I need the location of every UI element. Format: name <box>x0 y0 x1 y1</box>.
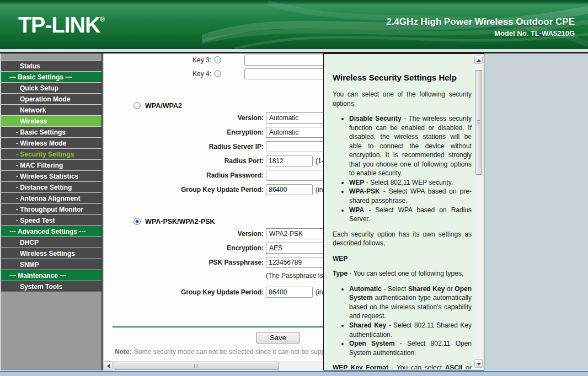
help-paragraph: Each security option has its own setting… <box>333 230 472 248</box>
sidebar-item-distance-setting[interactable]: - Distance Setting <box>1 182 101 193</box>
help-paragraph: WEP Key Format - You can select ASCII or… <box>333 363 472 369</box>
sidebar-item-operation-mode[interactable]: Operation Mode <box>1 94 101 105</box>
psk-passphrase-label: PSK Passphrase: <box>104 256 264 268</box>
key3-radio[interactable] <box>214 56 221 63</box>
horizontal-scroll-thumb[interactable] <box>114 362 279 370</box>
router-admin-page: TP-LINK® 2.4GHz High Power Wireless Outd… <box>0 0 588 376</box>
sidebar-item-mac-filtering[interactable]: - MAC Filtering <box>1 160 101 171</box>
wpa-version-select[interactable]: Automatic <box>266 112 330 123</box>
help-scroll-thumb[interactable] <box>475 70 482 175</box>
sidebar-item-dhcp[interactable]: DHCP <box>1 237 101 248</box>
sidebar-item-throughput-monitor[interactable]: - Throughput Monitor <box>1 204 101 215</box>
sidebar-item-basic-settings[interactable]: - Basic Settings <box>1 127 101 138</box>
help-paragraph: Type - You can select one of following t… <box>333 269 472 278</box>
help-scrollbar[interactable] <box>474 56 483 368</box>
sidebar-item-security-settings[interactable]: - Security Settings <box>1 149 101 160</box>
sidebar-item-status[interactable]: Status <box>1 61 101 72</box>
sidebar-item-system-tools[interactable]: System Tools <box>1 281 101 292</box>
sidebar-item-snmp[interactable]: SNMP <box>1 259 101 270</box>
sidebar-menu: Status--- Basic Settings ---Quick SetupO… <box>1 53 103 370</box>
help-content: You can select one of the following secu… <box>333 90 472 369</box>
wpa-gkup-label: Group Key Update Period: <box>104 184 264 196</box>
wpapsk-section-label: WPA-PSK/WPA2-PSK <box>145 216 215 228</box>
help-title: Wireless Security Settings Help <box>333 73 472 82</box>
sidebar-item-advanced-settings[interactable]: --- Advanced Settings --- <box>1 226 101 237</box>
sidebar-item-wireless-mode[interactable]: - Wireless Mode <box>1 138 101 149</box>
wpa-encryption-select[interactable]: Automatic <box>266 127 330 138</box>
wpapsk-gkup-label: Group Key Update Period: <box>104 286 264 298</box>
sidebar-items: Status--- Basic Settings ---Quick SetupO… <box>1 61 101 292</box>
help-paragraph: WEP <box>333 254 472 264</box>
tplink-logo: TP-LINK® <box>18 12 105 38</box>
arrow-left-icon <box>107 364 110 368</box>
bottom-edge <box>0 370 588 376</box>
help-body: Wireless Security Settings Help You can … <box>333 61 472 369</box>
key4-radio[interactable] <box>214 70 221 77</box>
scroll-left-button[interactable] <box>104 361 113 370</box>
wpa-section-label: WPA/WPA2 <box>145 100 182 112</box>
content-shell: Status--- Basic Settings ---Quick SetupO… <box>1 53 586 370</box>
model-number: Model No. TL-WA5210G <box>386 29 575 37</box>
help-bullet-item: Open System - Select 802.11 Open System … <box>349 339 472 357</box>
sidebar-top-spacer <box>1 53 101 61</box>
help-bullet-list: Automatic - Select Shared Key or Open Sy… <box>333 284 472 357</box>
help-bullet-item: Shared Key - Select 802.11 Shared Key au… <box>349 321 472 339</box>
help-scroll-up-button[interactable] <box>474 56 483 64</box>
wpa-radio[interactable] <box>133 102 141 109</box>
header: TP-LINK® 2.4GHz High Power Wireless Outd… <box>0 0 588 49</box>
arrow-down-icon <box>477 363 481 366</box>
key3-label: Key 3: <box>104 54 211 66</box>
help-bullet-item: Automatic - Select Shared Key or Open Sy… <box>349 284 472 321</box>
sidebar-item-quick-setup[interactable]: Quick Setup <box>1 83 101 94</box>
radius-port-label: Radius Port: <box>104 155 264 167</box>
help-bullet-item: Disable Security - The wireless security… <box>349 114 472 178</box>
radius-password-label: Radius Password: <box>104 169 264 181</box>
help-bullet-item: WPA-PSK - Select WPA based on pre-shared… <box>349 187 472 205</box>
sidebar-item-maintenance[interactable]: --- Maintenance --- <box>1 270 101 281</box>
sidebar-item-wireless[interactable]: Wireless <box>1 116 101 127</box>
wpapsk-encryption-select[interactable]: AES <box>266 243 330 254</box>
wpapsk-gkup-input[interactable] <box>266 287 313 298</box>
sidebar-item-wireless-statistics[interactable]: - Wireless Statistics <box>1 171 101 182</box>
help-bullet-item: WPA - Select WPA based on Radius Server. <box>349 206 472 224</box>
sidebar-item-network[interactable]: Network <box>1 105 101 116</box>
radius-ip-input[interactable] <box>266 141 332 152</box>
help-scroll-down-button[interactable] <box>474 359 483 368</box>
wpa-encryption-label: Encryption: <box>104 126 264 138</box>
note-label: Note: <box>115 346 132 357</box>
save-button[interactable]: Save <box>256 332 300 343</box>
wpa-gkup-input[interactable] <box>266 184 313 195</box>
arrow-up-icon <box>477 59 481 62</box>
sidebar-item-basic-settings[interactable]: --- Basic Settings --- <box>1 72 101 83</box>
sidebar-item-speed-test[interactable]: - Speed Test <box>1 215 101 226</box>
help-paragraph: You can select one of the following secu… <box>333 90 472 108</box>
key4-label: Key 4: <box>104 68 211 80</box>
radius-port-input[interactable] <box>266 155 313 166</box>
sidebar-item-wireless-settings[interactable]: Wireless Settings <box>1 248 101 259</box>
help-panel: Wireless Security Settings Help You can … <box>323 53 484 370</box>
wpapsk-encryption-label: Encryption: <box>104 242 264 254</box>
sidebar-item-antenna-alignment[interactable]: - Antenna Alignment <box>1 193 101 204</box>
help-bullet-list: Disable Security - The wireless security… <box>333 114 472 224</box>
radius-ip-label: Radius Server IP: <box>104 141 264 153</box>
help-bullet-item: WEP - Select 802.11 WEP security. <box>349 178 472 187</box>
header-product-block: 2.4GHz High Power Wireless Outdoor CPE M… <box>386 17 575 37</box>
product-title: 2.4GHz High Power Wireless Outdoor CPE <box>386 17 575 28</box>
wpapsk-version-label: Version: <box>104 228 264 240</box>
wpapsk-version-select[interactable]: WPA2-PSK <box>266 228 330 239</box>
wpa-psk-radio[interactable] <box>133 218 141 225</box>
wpa-version-label: Version: <box>104 112 264 124</box>
